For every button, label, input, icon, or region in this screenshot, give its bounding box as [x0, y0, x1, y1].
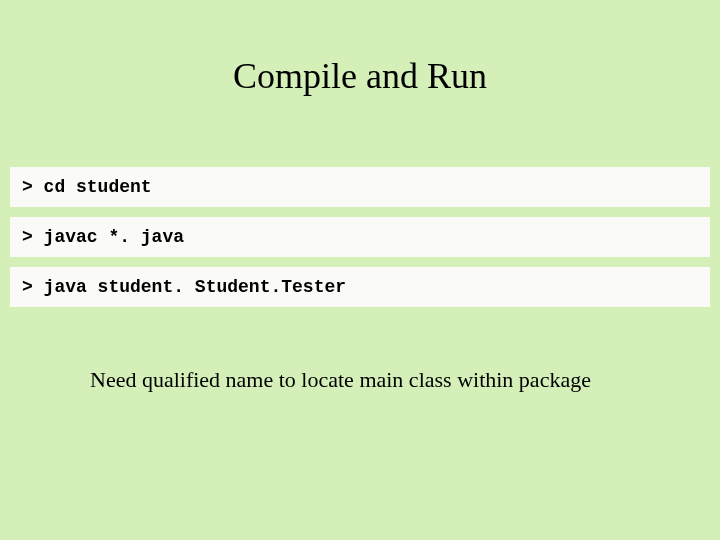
command-line-3: > java student. Student.Tester: [10, 267, 710, 307]
command-line-2: > javac *. java: [10, 217, 710, 257]
command-line-1: > cd student: [10, 167, 710, 207]
explanation-note: Need qualified name to locate main class…: [90, 367, 720, 393]
slide-title: Compile and Run: [0, 55, 720, 97]
